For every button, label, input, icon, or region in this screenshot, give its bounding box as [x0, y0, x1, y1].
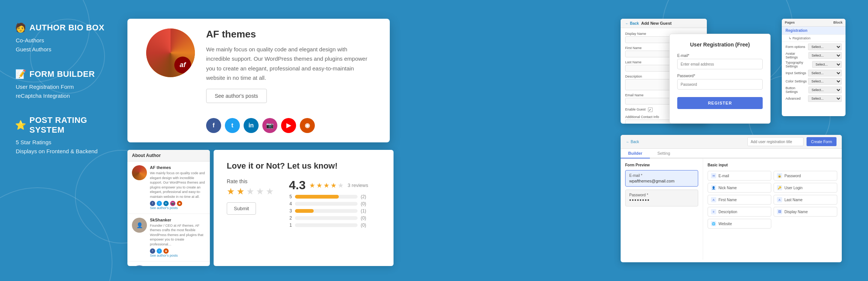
star-4[interactable]: ★	[256, 186, 264, 197]
button-settings-dropdown[interactable]: Select...	[808, 87, 842, 93]
bio-text-area: AF themes We mainly focus on quality cod…	[206, 28, 371, 103]
ga-avatar-skshanker: 👤	[132, 218, 147, 233]
author-bio-emoji: 🧑	[15, 22, 27, 33]
avatar-inner: af	[146, 28, 195, 77]
ga-desc-af: We mainly focus on quality code and eleg…	[150, 171, 205, 199]
stars-input[interactable]: ★ ★ ★ ★ ★	[227, 186, 274, 197]
reg-password-input[interactable]	[677, 79, 763, 90]
feature-title-form-builder: 📝 FORM BUILDER	[15, 69, 112, 79]
form-title-input[interactable]	[747, 137, 804, 146]
star-3[interactable]: ★	[246, 186, 254, 197]
user-reg-title: User Registration (Free)	[677, 42, 763, 48]
fb-field-label: Last Name	[784, 198, 802, 202]
reg-email-input[interactable]	[677, 59, 763, 69]
display-star-2: ★	[316, 181, 322, 190]
nav-registration-active[interactable]: Registration	[782, 27, 846, 35]
ga-facebook-icon[interactable]: f	[150, 201, 155, 206]
ga-sk-rss-icon[interactable]: ◉	[163, 248, 169, 254]
ga-see-posts-af[interactable]: See author's posts	[150, 206, 205, 210]
left-panel: 🧑 AUTHOR BIO BOX Co-Authors Guest Author…	[0, 0, 127, 281]
user-registration-panel: User Registration (Free) E-mail* Passwor…	[669, 34, 771, 124]
ga-sk-facebook-icon[interactable]: f	[150, 248, 155, 254]
form-builder-panel: ← Back Create Form Builder Setting Form …	[621, 135, 842, 262]
reg-password-row: Password*	[677, 74, 763, 90]
fb-field-label: First Name	[718, 198, 737, 202]
reg-email-row: E-mail*	[677, 54, 763, 69]
author-description: We mainly focus on quality code and eleg…	[206, 45, 371, 83]
enable-guest-checkbox[interactable]: ✓	[648, 108, 652, 112]
ga-twitter-icon[interactable]: t	[157, 201, 162, 206]
typography-settings-label: Typography Settings	[786, 61, 812, 68]
avatar: af	[146, 28, 195, 77]
fb-field-website[interactable]: 🌐 Website	[708, 219, 771, 229]
advanced-dropdown[interactable]: Select...	[808, 95, 842, 102]
color-settings-dropdown[interactable]: Select...	[808, 78, 842, 85]
fb-field-password[interactable]: 🔒 Password	[774, 171, 837, 181]
enable-guest-label: Enable Guest	[625, 108, 646, 111]
typography-settings-dropdown[interactable]: Select...	[812, 61, 842, 68]
fb-field-description[interactable]: ≡ Description	[708, 207, 771, 217]
star-1[interactable]: ★	[227, 186, 235, 197]
fb-field-first-name[interactable]: A First Name	[708, 195, 771, 205]
ga-instagram-icon[interactable]: 📷	[170, 201, 175, 206]
youtube-icon[interactable]: ▶	[281, 118, 296, 133]
form-password-dots: ••••••••	[629, 197, 694, 203]
back-button-add-guest[interactable]: ← Back	[625, 21, 639, 25]
bar-label-2: 2	[289, 215, 292, 221]
linkedin-icon[interactable]: in	[244, 118, 259, 133]
ga-avatar-shiva: 👤	[132, 265, 147, 266]
page-nav-header: Pages Block	[782, 19, 846, 27]
fb-field-user-login[interactable]: 🔑 User Login	[774, 183, 837, 193]
form-email-box: E-mail * wpafthemes@gmail.com	[625, 170, 698, 187]
fb-field-label: Password	[784, 174, 801, 178]
five-star-label: 5 Star Ratings	[16, 138, 112, 147]
avatar-settings-label: Avatar Settings	[786, 52, 808, 59]
ga-name-skshanker: SkShanker	[150, 218, 205, 222]
user-reg-form-label: User Registration Form	[16, 82, 112, 91]
facebook-icon[interactable]: f	[206, 118, 221, 133]
input-settings-dropdown[interactable]: Select...	[808, 70, 842, 76]
form-options-dropdown[interactable]: Select...	[808, 43, 842, 50]
instagram-icon[interactable]: 📷	[262, 118, 277, 133]
ga-sk-twitter-icon[interactable]: t	[157, 248, 162, 254]
twitter-icon[interactable]: t	[225, 118, 240, 133]
nav-registration-sub[interactable]: ↳ Registration	[782, 35, 846, 42]
form-password-box: Password * ••••••••	[625, 190, 698, 206]
tab-builder[interactable]: Builder	[621, 149, 650, 158]
form-builder-back-button[interactable]: ← Back	[626, 140, 639, 144]
rss-icon[interactable]: ◉	[300, 118, 315, 133]
rate-this-label: Rate this	[227, 178, 274, 184]
form-fields-area: Basic input ✉ E-mail 🔒 Password 👤 Nick N…	[703, 158, 842, 260]
fb-field-e-mail[interactable]: ✉ E-mail	[708, 171, 771, 181]
rating-score-area: 4.3 ★ ★ ★ ★ ★ 3 reviews	[289, 178, 368, 192]
fb-field-nick-name[interactable]: 👤 Nick Name	[708, 183, 771, 193]
create-form-button[interactable]: Create Form	[807, 137, 837, 146]
fb-field-display-name[interactable]: 🖼 Display Name	[774, 207, 837, 217]
form-preview-area: Form Preview E-mail * wpafthemes@gmail.c…	[621, 158, 703, 260]
ga-rss-icon[interactable]: ◉	[177, 201, 182, 206]
guest-authors-header: About Author	[127, 150, 210, 161]
fb-field-icon: 🖼	[777, 209, 782, 214]
settings-section: Form options Select... Avatar Settings S…	[782, 42, 846, 105]
display-star-1: ★	[309, 181, 315, 190]
star-5[interactable]: ★	[266, 186, 274, 197]
fb-field-last-name[interactable]: A Last Name	[774, 195, 837, 205]
rating-bar-4: 4 (0)	[289, 201, 368, 206]
bar-count-2: (0)	[361, 215, 368, 221]
see-posts-button[interactable]: See author's posts	[206, 89, 267, 103]
register-button[interactable]: REGISTER	[677, 97, 763, 109]
guest-authors-label: Guest Authors	[16, 45, 112, 54]
advanced-row: Advanced Select...	[786, 95, 842, 102]
basic-input-label: Basic input	[708, 163, 837, 167]
ga-name-af: AF themes	[150, 165, 205, 170]
rating-bar-2: 2 (0)	[289, 215, 368, 221]
avatar-settings-dropdown[interactable]: Select...	[808, 52, 842, 59]
ga-see-posts-skshanker[interactable]: See author's posts	[150, 254, 205, 257]
tab-setting[interactable]: Setting	[650, 149, 678, 158]
fb-field-icon: 🔑	[777, 185, 782, 190]
star-2[interactable]: ★	[236, 186, 245, 197]
fb-field-label: E-mail	[718, 174, 729, 178]
ga-linkedin-icon[interactable]: in	[163, 201, 169, 206]
submit-button[interactable]: Submit	[227, 202, 256, 215]
bar-label-1: 1	[289, 223, 292, 228]
